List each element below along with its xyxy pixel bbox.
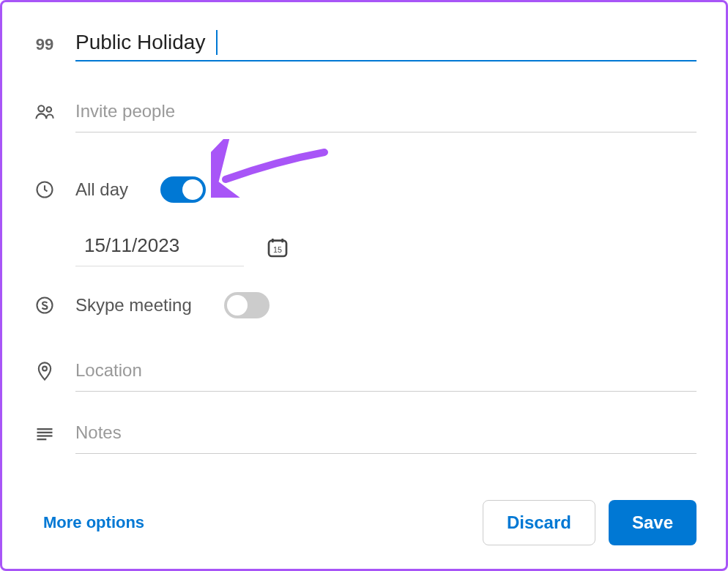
allday-toggle[interactable] [160, 176, 206, 203]
location-input[interactable] [75, 350, 697, 392]
skype-toggle[interactable] [224, 292, 270, 318]
discard-button[interactable]: Discard [483, 500, 595, 545]
svg-point-1 [47, 107, 52, 112]
footer: More options Discard Save [43, 500, 697, 545]
text-caret [216, 30, 218, 55]
date-input[interactable] [75, 228, 244, 266]
more-options-link[interactable]: More options [43, 513, 144, 532]
clock-icon [31, 179, 58, 200]
location-row [31, 350, 697, 392]
title-row: 99 [31, 28, 697, 61]
notes-icon [31, 423, 58, 444]
notes-row [31, 412, 697, 454]
save-button[interactable]: Save [609, 500, 697, 545]
notes-input[interactable] [75, 412, 697, 454]
allday-label: All day [75, 179, 128, 200]
skype-icon [31, 295, 58, 316]
calendar-icon[interactable]: 15 [266, 236, 289, 259]
allday-row: All day [31, 176, 697, 203]
title-input[interactable] [75, 28, 697, 61]
date-row: 15 [75, 228, 697, 266]
skype-label: Skype meeting [75, 295, 192, 316]
invite-row [31, 91, 697, 133]
people-icon [31, 102, 58, 122]
svg-text:15: 15 [273, 245, 282, 254]
svg-point-0 [38, 105, 44, 111]
svg-point-6 [42, 366, 47, 370]
quote-icon: 99 [31, 35, 58, 54]
invite-input[interactable] [75, 91, 697, 133]
skype-row: Skype meeting [31, 292, 697, 318]
location-icon [31, 361, 58, 381]
